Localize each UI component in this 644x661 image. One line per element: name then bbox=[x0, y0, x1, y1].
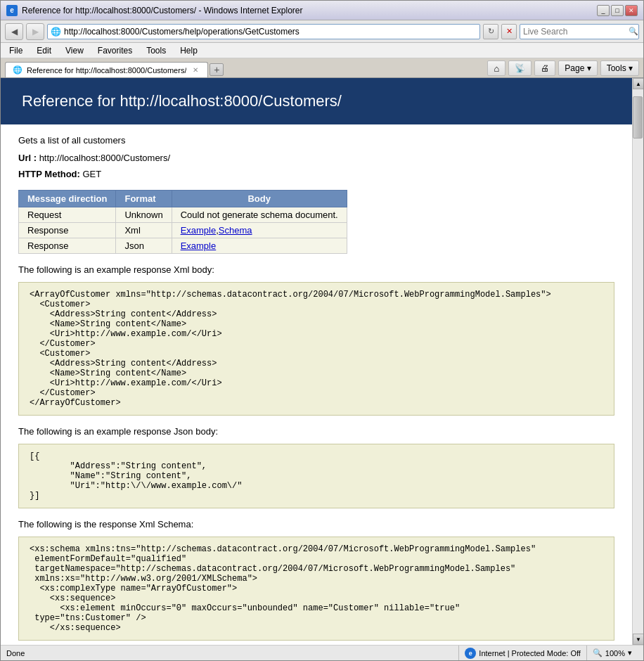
page-header: Reference for http://localhost:8000/Cust… bbox=[1, 78, 632, 124]
status-done: Done bbox=[6, 649, 458, 657]
zoom-level: 100% bbox=[605, 649, 625, 657]
forward-button[interactable]: ▶ bbox=[26, 23, 44, 40]
row3-format: Json bbox=[116, 238, 172, 254]
window-controls: _ □ ✕ bbox=[597, 5, 638, 16]
stop-button[interactable]: ✕ bbox=[501, 24, 517, 39]
row3-direction: Response bbox=[19, 238, 116, 254]
tabs-bar: 🌐 Reference for http://localhost:8000/Cu… bbox=[1, 58, 643, 78]
home-button[interactable]: ⌂ bbox=[487, 60, 505, 76]
xml-heading: The following is an example response Xml… bbox=[18, 264, 614, 275]
row3-body: Example bbox=[172, 238, 347, 254]
window-title: Reference for http://localhost:8000/Cust… bbox=[22, 6, 303, 15]
page-description: Gets a list of all customers bbox=[18, 135, 614, 146]
search-bar: 🔍 bbox=[520, 24, 639, 39]
tab-label: Reference for http://localhost:8000/Cust… bbox=[27, 66, 186, 75]
url-value: http://localhost:8000/Customers/ bbox=[39, 153, 170, 163]
back-button[interactable]: ◀ bbox=[5, 23, 23, 40]
schema-heading: The following is the response Xml Schema… bbox=[18, 519, 614, 530]
browser-window: e Reference for http://localhost:8000/Cu… bbox=[0, 0, 644, 661]
method-label: HTTP Method: bbox=[18, 169, 80, 179]
scroll-up-button[interactable]: ▲ bbox=[633, 78, 643, 89]
xml-example-link[interactable]: Example bbox=[181, 225, 217, 236]
json-heading: The following is an example response Jso… bbox=[18, 426, 614, 437]
zoom-icon: 🔍 bbox=[593, 648, 603, 657]
zoom-chevron: ▾ bbox=[628, 648, 632, 657]
status-zoom: 🔍 100% ▾ bbox=[586, 646, 638, 660]
address-input[interactable] bbox=[64, 27, 477, 37]
table-row: Request Unknown Could not generate schem… bbox=[19, 207, 347, 223]
menu-file[interactable]: File bbox=[6, 46, 25, 56]
xml-schema-link[interactable]: Schema bbox=[219, 225, 252, 236]
xml-code-block: <ArrayOfCustomer xmlns="http://schemas.d… bbox=[18, 282, 614, 416]
menu-view[interactable]: View bbox=[63, 46, 86, 56]
table-row: Response Json Example bbox=[19, 238, 347, 254]
col-format: Format bbox=[116, 191, 172, 207]
method-value: GET bbox=[82, 169, 101, 179]
row1-direction: Request bbox=[19, 207, 116, 223]
security-text: Internet | Protected Mode: Off bbox=[479, 649, 581, 657]
row1-body: Could not generate schema document. bbox=[172, 207, 347, 223]
col-body: Body bbox=[172, 191, 347, 207]
status-bar: Done e Internet | Protected Mode: Off 🔍 … bbox=[1, 645, 643, 660]
schema-code-block: <xs:schema xmlns:tns="http://schemas.dat… bbox=[18, 537, 614, 641]
row2-body: Example,Schema bbox=[172, 223, 347, 238]
page-content: Reference for http://localhost:8000/Cust… bbox=[1, 78, 632, 645]
scrollbar-thumb[interactable] bbox=[633, 96, 643, 139]
table-row: Response Xml Example,Schema bbox=[19, 223, 347, 238]
print-button[interactable]: 🖨 bbox=[534, 60, 555, 76]
close-button[interactable]: ✕ bbox=[625, 5, 638, 16]
menu-edit[interactable]: Edit bbox=[34, 46, 54, 56]
row2-direction: Response bbox=[19, 223, 116, 238]
page-button[interactable]: Page ▾ bbox=[558, 60, 597, 76]
refresh-button[interactable]: ↻ bbox=[483, 24, 498, 39]
tools-button[interactable]: Tools ▾ bbox=[600, 60, 639, 76]
maximize-button[interactable]: □ bbox=[611, 5, 624, 16]
status-security: e Internet | Protected Mode: Off bbox=[458, 646, 586, 660]
browser-icon: e bbox=[6, 5, 18, 16]
ie-logo: e bbox=[465, 648, 476, 659]
address-icon: 🌐 bbox=[51, 27, 61, 37]
messages-table: Message direction Format Body Request Un… bbox=[18, 190, 347, 254]
json-example-link[interactable]: Example bbox=[181, 240, 217, 251]
scroll-down-button[interactable]: ▼ bbox=[633, 634, 643, 645]
json-code-block: [{ "Address":"String content", "Name":"S… bbox=[18, 444, 614, 508]
url-line: Url : http://localhost:8000/Customers/ bbox=[18, 153, 614, 163]
row1-format: Unknown bbox=[116, 207, 172, 223]
col-direction: Message direction bbox=[19, 191, 116, 207]
address-bar: 🌐 bbox=[47, 24, 480, 39]
menu-favorites[interactable]: Favorites bbox=[95, 46, 135, 56]
page-title: Reference for http://localhost:8000/Cust… bbox=[22, 92, 342, 110]
active-tab[interactable]: 🌐 Reference for http://localhost:8000/Cu… bbox=[5, 62, 208, 77]
url-label: Url : bbox=[18, 153, 37, 163]
menu-help[interactable]: Help bbox=[177, 46, 200, 56]
nav-bar: ◀ ▶ 🌐 ↻ ✕ 🔍 bbox=[1, 20, 643, 43]
minimize-button[interactable]: _ bbox=[597, 5, 610, 16]
menu-tools[interactable]: Tools bbox=[143, 46, 169, 56]
tab-close-button[interactable]: ✕ bbox=[191, 65, 200, 75]
search-input[interactable] bbox=[523, 27, 629, 37]
scrollbar-track[interactable] bbox=[633, 89, 643, 634]
page-body: Gets a list of all customers Url : http:… bbox=[1, 124, 632, 645]
row2-format: Xml bbox=[116, 223, 172, 238]
content-area: Reference for http://localhost:8000/Cust… bbox=[1, 78, 643, 645]
scrollbar: ▲ ▼ bbox=[632, 78, 643, 645]
search-icon: 🔍 bbox=[629, 27, 638, 36]
feeds-button[interactable]: 📡 bbox=[508, 60, 532, 76]
title-bar: e Reference for http://localhost:8000/Cu… bbox=[1, 1, 643, 20]
menu-bar: File Edit View Favorites Tools Help bbox=[1, 43, 643, 58]
http-method-line: HTTP Method: GET bbox=[18, 169, 614, 179]
tab-icon: 🌐 bbox=[13, 65, 22, 75]
new-tab-button[interactable]: + bbox=[210, 63, 224, 76]
